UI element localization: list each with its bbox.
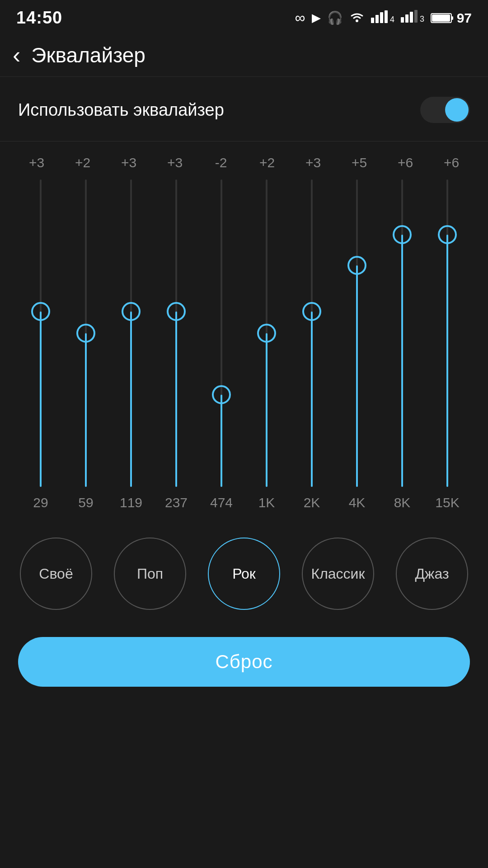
page-header: ‹ Эквалайзер [0, 34, 488, 77]
eq-slider-1K[interactable] [249, 179, 285, 487]
slider-fill [221, 395, 222, 487]
equalizer-area: +3+2+3+3-2+2+3+5+6+6 29591192374741K2K4K… [0, 142, 488, 519]
status-time: 14:50 [16, 8, 62, 28]
db-value: +6 [387, 155, 423, 170]
slider-fill [401, 235, 403, 487]
slider-fill [85, 333, 87, 487]
slider-knob[interactable] [347, 256, 366, 275]
slider-knob[interactable] [257, 324, 276, 343]
freq-label: 4K [339, 495, 375, 510]
status-icons: ∞ ▶ 🎧 4G [295, 9, 472, 26]
signal-4g-icon: 4G [371, 10, 394, 26]
freq-label: 29 [23, 495, 59, 510]
slider-knob[interactable] [31, 302, 50, 321]
status-bar: 14:50 ∞ ▶ 🎧 4G [0, 0, 488, 34]
back-button[interactable]: ‹ [13, 43, 20, 67]
eq-slider-4K[interactable] [339, 179, 375, 487]
db-values-row: +3+2+3+3-2+2+3+5+6+6 [14, 155, 474, 175]
svg-rect-9 [414, 10, 418, 23]
db-value: +6 [433, 155, 469, 170]
toggle-knob [445, 98, 469, 122]
eq-slider-59[interactable] [68, 179, 104, 487]
eq-slider-29[interactable] [23, 179, 59, 487]
eq-slider-2K[interactable] [294, 179, 330, 487]
slider-fill [130, 311, 132, 487]
battery-icon: 97 [431, 10, 472, 26]
svg-rect-12 [451, 16, 453, 20]
slider-fill [175, 311, 177, 487]
presets-row: СвоёПопРокКлассикДжаз [0, 519, 488, 623]
freq-label: 15K [429, 495, 465, 510]
svg-rect-13 [432, 14, 450, 22]
eq-slider-8K[interactable] [384, 179, 420, 487]
svg-rect-8 [410, 12, 413, 23]
freq-label: 1K [249, 495, 285, 510]
freq-label: 2K [294, 495, 330, 510]
freq-label: 237 [158, 495, 194, 510]
reset-button-wrap: Сброс [0, 623, 488, 709]
db-value: +2 [65, 155, 101, 170]
db-value: +3 [157, 155, 193, 170]
db-value: +5 [341, 155, 377, 170]
preset-btn-pop[interactable]: Поп [114, 538, 186, 610]
svg-point-0 [356, 19, 358, 22]
svg-rect-7 [405, 14, 408, 23]
db-value: +3 [295, 155, 331, 170]
db-value: -2 [203, 155, 239, 170]
svg-text:3G: 3G [420, 14, 424, 23]
slider-knob[interactable] [393, 225, 412, 244]
svg-rect-2 [375, 15, 379, 23]
eq-slider-119[interactable] [113, 179, 149, 487]
page-title: Эквалайзер [31, 43, 145, 67]
db-value: +3 [111, 155, 147, 170]
equalizer-toggle-switch[interactable] [420, 97, 470, 123]
reset-button[interactable]: Сброс [18, 637, 470, 687]
freq-label: 59 [68, 495, 104, 510]
svg-rect-4 [385, 10, 388, 23]
eq-slider-237[interactable] [158, 179, 194, 487]
equalizer-toggle-row: Использовать эквалайзер [0, 77, 488, 142]
headphones-icon: 🎧 [327, 10, 343, 25]
freq-label: 474 [203, 495, 239, 510]
battery-level: 97 [457, 10, 472, 26]
slider-fill [266, 333, 267, 487]
equalizer-toggle-label: Использовать эквалайзер [18, 100, 224, 120]
eq-slider-474[interactable] [203, 179, 239, 487]
svg-text:4G: 4G [390, 15, 394, 23]
freq-label: 119 [113, 495, 149, 510]
freq-label: 8K [384, 495, 420, 510]
db-value: +3 [19, 155, 55, 170]
slider-knob[interactable] [438, 225, 457, 244]
play-icon: ▶ [312, 11, 321, 25]
slider-fill [311, 311, 313, 487]
slider-fill [40, 311, 42, 487]
svg-rect-3 [380, 12, 383, 23]
wifi-icon [349, 10, 365, 26]
infinity-icon: ∞ [295, 9, 305, 26]
slider-fill [356, 265, 358, 487]
svg-rect-1 [371, 18, 374, 23]
svg-rect-6 [401, 17, 404, 23]
preset-btn-jazz[interactable]: Джаз [396, 538, 468, 610]
preset-btn-custom[interactable]: Своё [20, 538, 92, 610]
slider-knob[interactable] [212, 385, 231, 404]
sliders-container [14, 179, 474, 487]
slider-knob[interactable] [302, 302, 321, 321]
slider-knob[interactable] [122, 302, 141, 321]
preset-btn-classic[interactable]: Классик [302, 538, 374, 610]
slider-fill [446, 235, 448, 487]
signal-3g-icon: 3G [401, 10, 424, 26]
slider-knob[interactable] [76, 324, 95, 343]
slider-knob[interactable] [167, 302, 186, 321]
freq-labels-row: 29591192374741K2K4K8K15K [14, 487, 474, 510]
preset-btn-rock[interactable]: Рок [208, 538, 280, 610]
eq-slider-15K[interactable] [429, 179, 465, 487]
db-value: +2 [249, 155, 285, 170]
